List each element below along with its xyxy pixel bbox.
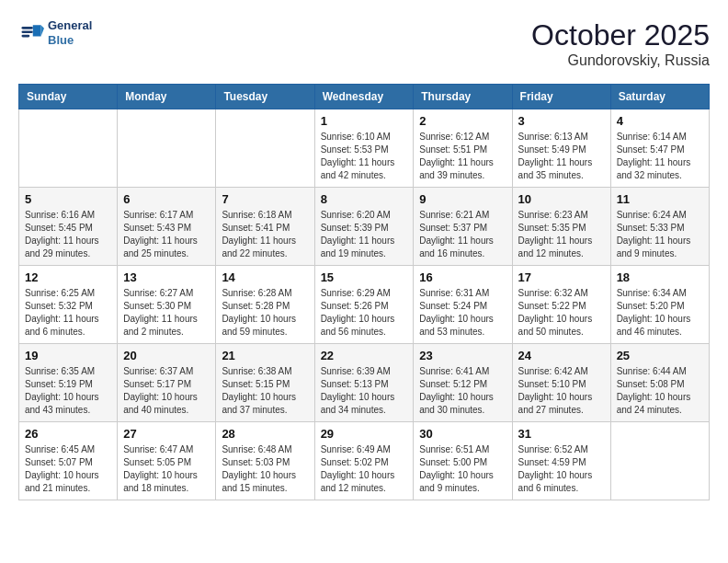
calendar-cell: 30Sunrise: 6:51 AM Sunset: 5:00 PM Dayli… — [414, 422, 512, 500]
title-block: October 2025 Gundorovskiy, Russia — [531, 18, 710, 69]
calendar-cell: 15Sunrise: 6:29 AM Sunset: 5:26 PM Dayli… — [314, 266, 414, 344]
calendar-cell: 3Sunrise: 6:13 AM Sunset: 5:49 PM Daylig… — [512, 109, 610, 188]
calendar-cell — [610, 422, 709, 500]
day-number: 15 — [321, 270, 408, 284]
logo: General Blue — [18, 18, 92, 47]
day-info: Sunrise: 6:18 AM Sunset: 5:41 PM Dayligh… — [222, 209, 308, 260]
calendar-cell: 31Sunrise: 6:52 AM Sunset: 4:59 PM Dayli… — [512, 422, 610, 500]
day-number: 3 — [518, 114, 605, 128]
location-title: Gundorovskiy, Russia — [531, 52, 710, 69]
day-info: Sunrise: 6:34 AM Sunset: 5:20 PM Dayligh… — [617, 287, 703, 339]
day-info: Sunrise: 6:41 AM Sunset: 5:12 PM Dayligh… — [419, 365, 506, 417]
day-info: Sunrise: 6:27 AM Sunset: 5:30 PM Dayligh… — [123, 287, 210, 339]
calendar-cell: 14Sunrise: 6:28 AM Sunset: 5:28 PM Dayli… — [216, 266, 314, 344]
day-number: 17 — [518, 270, 605, 284]
day-number: 20 — [123, 349, 210, 362]
calendar-header-row: SundayMondayTuesdayWednesdayThursdayFrid… — [19, 85, 710, 109]
calendar-week-row: 5Sunrise: 6:16 AM Sunset: 5:45 PM Daylig… — [19, 188, 710, 266]
day-info: Sunrise: 6:25 AM Sunset: 5:32 PM Dayligh… — [25, 287, 111, 339]
day-number: 12 — [25, 270, 111, 284]
day-number: 22 — [321, 349, 408, 362]
day-number: 9 — [419, 192, 506, 206]
day-info: Sunrise: 6:31 AM Sunset: 5:24 PM Dayligh… — [419, 287, 506, 339]
day-number: 16 — [419, 270, 506, 284]
calendar-cell: 12Sunrise: 6:25 AM Sunset: 5:32 PM Dayli… — [19, 266, 118, 344]
day-info: Sunrise: 6:16 AM Sunset: 5:45 PM Dayligh… — [25, 209, 111, 260]
calendar-cell: 9Sunrise: 6:21 AM Sunset: 5:37 PM Daylig… — [414, 188, 512, 266]
day-info: Sunrise: 6:45 AM Sunset: 5:07 PM Dayligh… — [25, 443, 111, 495]
calendar-table: SundayMondayTuesdayWednesdayThursdayFrid… — [18, 84, 710, 500]
day-info: Sunrise: 6:51 AM Sunset: 5:00 PM Dayligh… — [419, 443, 506, 495]
day-info: Sunrise: 6:20 AM Sunset: 5:39 PM Dayligh… — [321, 209, 408, 260]
calendar-cell: 7Sunrise: 6:18 AM Sunset: 5:41 PM Daylig… — [216, 188, 314, 266]
day-number: 23 — [419, 349, 506, 362]
logo-text: General Blue — [48, 18, 92, 47]
day-number: 2 — [419, 114, 506, 128]
calendar-cell: 8Sunrise: 6:20 AM Sunset: 5:39 PM Daylig… — [314, 188, 414, 266]
day-number: 14 — [222, 270, 308, 284]
calendar-cell — [118, 109, 216, 188]
calendar-cell: 19Sunrise: 6:35 AM Sunset: 5:19 PM Dayli… — [19, 344, 118, 422]
weekday-header: Friday — [512, 85, 610, 109]
weekday-header: Saturday — [610, 85, 709, 109]
calendar-cell: 4Sunrise: 6:14 AM Sunset: 5:47 PM Daylig… — [610, 109, 709, 188]
calendar-cell: 1Sunrise: 6:10 AM Sunset: 5:53 PM Daylig… — [314, 109, 414, 188]
day-number: 21 — [222, 349, 308, 362]
calendar-week-row: 19Sunrise: 6:35 AM Sunset: 5:19 PM Dayli… — [19, 344, 710, 422]
day-info: Sunrise: 6:21 AM Sunset: 5:37 PM Dayligh… — [419, 209, 506, 260]
weekday-header: Monday — [118, 85, 216, 109]
calendar-cell: 11Sunrise: 6:24 AM Sunset: 5:33 PM Dayli… — [610, 188, 709, 266]
day-number: 4 — [617, 114, 703, 128]
day-number: 13 — [123, 270, 210, 284]
calendar-week-row: 12Sunrise: 6:25 AM Sunset: 5:32 PM Dayli… — [19, 266, 710, 344]
weekday-header: Tuesday — [216, 85, 314, 109]
day-info: Sunrise: 6:49 AM Sunset: 5:02 PM Dayligh… — [321, 443, 408, 495]
day-info: Sunrise: 6:39 AM Sunset: 5:13 PM Dayligh… — [321, 365, 408, 417]
weekday-header: Sunday — [19, 85, 118, 109]
calendar-week-row: 26Sunrise: 6:45 AM Sunset: 5:07 PM Dayli… — [19, 422, 710, 500]
day-number: 1 — [321, 114, 408, 128]
calendar-cell: 18Sunrise: 6:34 AM Sunset: 5:20 PM Dayli… — [610, 266, 709, 344]
day-number: 8 — [321, 192, 408, 206]
day-info: Sunrise: 6:14 AM Sunset: 5:47 PM Dayligh… — [617, 131, 703, 182]
day-info: Sunrise: 6:10 AM Sunset: 5:53 PM Dayligh… — [321, 131, 408, 182]
weekday-header: Thursday — [414, 85, 512, 109]
calendar-cell: 10Sunrise: 6:23 AM Sunset: 5:35 PM Dayli… — [512, 188, 610, 266]
calendar-cell: 26Sunrise: 6:45 AM Sunset: 5:07 PM Dayli… — [19, 422, 118, 500]
day-number: 7 — [222, 192, 308, 206]
calendar-cell: 16Sunrise: 6:31 AM Sunset: 5:24 PM Dayli… — [414, 266, 512, 344]
svg-rect-5 — [22, 34, 30, 37]
day-info: Sunrise: 6:48 AM Sunset: 5:03 PM Dayligh… — [222, 443, 308, 495]
calendar-cell: 5Sunrise: 6:16 AM Sunset: 5:45 PM Daylig… — [19, 188, 118, 266]
weekday-header: Wednesday — [314, 85, 414, 109]
day-number: 10 — [518, 192, 605, 206]
calendar-cell — [19, 109, 118, 188]
day-number: 18 — [617, 270, 703, 284]
svg-rect-3 — [22, 27, 33, 29]
calendar-cell: 13Sunrise: 6:27 AM Sunset: 5:30 PM Dayli… — [118, 266, 216, 344]
day-info: Sunrise: 6:24 AM Sunset: 5:33 PM Dayligh… — [617, 209, 703, 260]
calendar-cell: 29Sunrise: 6:49 AM Sunset: 5:02 PM Dayli… — [314, 422, 414, 500]
day-number: 25 — [617, 349, 703, 362]
day-info: Sunrise: 6:12 AM Sunset: 5:51 PM Dayligh… — [419, 131, 506, 182]
day-info: Sunrise: 6:13 AM Sunset: 5:49 PM Dayligh… — [518, 131, 605, 182]
svg-rect-4 — [22, 30, 33, 33]
day-info: Sunrise: 6:23 AM Sunset: 5:35 PM Dayligh… — [518, 209, 605, 260]
day-info: Sunrise: 6:17 AM Sunset: 5:43 PM Dayligh… — [123, 209, 210, 260]
calendar-cell: 22Sunrise: 6:39 AM Sunset: 5:13 PM Dayli… — [314, 344, 414, 422]
day-info: Sunrise: 6:37 AM Sunset: 5:17 PM Dayligh… — [123, 365, 210, 417]
day-info: Sunrise: 6:32 AM Sunset: 5:22 PM Dayligh… — [518, 287, 605, 339]
calendar-cell: 25Sunrise: 6:44 AM Sunset: 5:08 PM Dayli… — [610, 344, 709, 422]
calendar-week-row: 1Sunrise: 6:10 AM Sunset: 5:53 PM Daylig… — [19, 109, 710, 188]
day-info: Sunrise: 6:52 AM Sunset: 4:59 PM Dayligh… — [518, 443, 605, 495]
calendar-cell: 28Sunrise: 6:48 AM Sunset: 5:03 PM Dayli… — [216, 422, 314, 500]
page-header: General Blue October 2025 Gundorovskiy, … — [18, 18, 710, 69]
calendar-cell — [216, 109, 314, 188]
day-info: Sunrise: 6:29 AM Sunset: 5:26 PM Dayligh… — [321, 287, 408, 339]
calendar-cell: 6Sunrise: 6:17 AM Sunset: 5:43 PM Daylig… — [118, 188, 216, 266]
day-info: Sunrise: 6:35 AM Sunset: 5:19 PM Dayligh… — [25, 365, 111, 417]
day-info: Sunrise: 6:44 AM Sunset: 5:08 PM Dayligh… — [617, 365, 703, 417]
day-number: 30 — [419, 427, 506, 441]
day-number: 5 — [25, 192, 111, 206]
day-info: Sunrise: 6:47 AM Sunset: 5:05 PM Dayligh… — [123, 443, 210, 495]
